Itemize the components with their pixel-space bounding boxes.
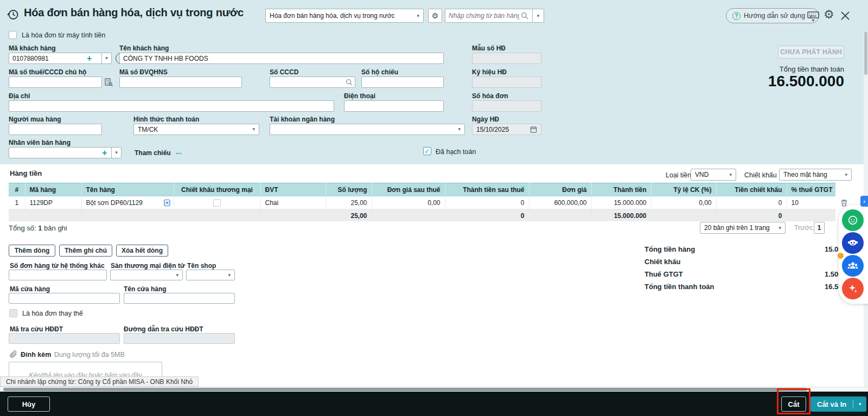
currency-select[interactable]: VND ▾ [691, 169, 736, 181]
table-row[interactable]: 1 1129DP Bột sơn DP60/1129 Chai 25,00 0,… [9, 196, 835, 209]
reference-label: Tham chiếu [135, 149, 171, 157]
add-note-button[interactable]: Thêm ghi chú [59, 245, 112, 257]
col-ten-hang[interactable]: Tên hàng [81, 183, 174, 196]
settings-icon[interactable]: ⚙ [824, 9, 834, 21]
reference-more-link[interactable]: ... [176, 148, 182, 156]
attachment-label[interactable]: Đính kèm [21, 351, 51, 359]
cell-don-gia[interactable]: 600.000,00 [529, 196, 591, 209]
expand-columns-tab[interactable]: › [860, 196, 868, 207]
keyboard-shortcut-icon[interactable] [807, 10, 820, 22]
cell-thanh-tien[interactable]: 15.000.000 [591, 196, 651, 209]
store-name-input[interactable] [124, 293, 235, 304]
col-don-gia-sau-thue[interactable]: Đơn giá sau thuế [372, 183, 445, 196]
currency-label: Loại tiền [666, 171, 691, 179]
cell-ten-hang[interactable]: Bột sơn DP60/1129 [81, 196, 174, 209]
salesperson-input[interactable] [9, 147, 112, 158]
col-thue-gtgt[interactable]: % thuế GTGT [787, 183, 835, 196]
shop-name-select[interactable]: ▾ [186, 270, 235, 280]
cell-tien-chiet-khau[interactable]: 0 [716, 196, 787, 209]
horizontal-scrollbar-thumb[interactable] [3, 388, 807, 391]
address-input[interactable] [9, 100, 334, 112]
trade-discount-checkbox[interactable] [213, 199, 221, 207]
payment-method-select[interactable]: TM/CK ▾ [133, 124, 259, 135]
bank-account-select[interactable]: ▾ [270, 124, 465, 135]
cell-so-luong[interactable]: 25,00 [326, 196, 372, 209]
ai-sparkle-button[interactable] [842, 278, 864, 299]
cell-ma-hang[interactable]: 1129DP [25, 196, 81, 209]
doc-type-select[interactable]: Hóa đơn bán hàng hóa, dịch vụ trong nước… [265, 9, 424, 23]
pos-invoice-label: Là hóa đơn từ máy tính tiền [22, 31, 105, 39]
discount-mode-value: Theo mặt hàng [783, 171, 827, 178]
chevron-down-icon: ▾ [458, 127, 461, 132]
chevron-down-icon[interactable]: ▾ [853, 401, 866, 407]
zalo-chat-button[interactable] [842, 209, 864, 231]
citizen-id-label: Số CCCD [270, 68, 298, 76]
salesperson-caret-button[interactable]: ▾ [111, 147, 122, 158]
tab-hang-tien[interactable]: Hàng tiền [10, 169, 42, 177]
col-so-luong[interactable]: Số lượng [326, 183, 372, 196]
col-ck-thuong-mai[interactable]: Chiết khấu thương mại [174, 183, 260, 196]
close-icon[interactable] [840, 10, 851, 21]
col-stt[interactable]: # [9, 183, 25, 196]
citizen-id-search-icon[interactable] [346, 79, 353, 86]
invoice-date-field[interactable]: 15/10/2025 [472, 124, 541, 135]
sum-grand-total-label: Tổng tiền thanh toán [644, 283, 714, 291]
cell-ty-le-ck[interactable]: 0,00 [651, 196, 716, 209]
item-note-icon[interactable] [163, 199, 171, 207]
help-button[interactable]: ? Hướng dẫn sử dụng ∨ [726, 8, 819, 23]
posted-checkbox[interactable]: ✓ [423, 147, 431, 155]
col-tien-chiet-khau[interactable]: Tiền chiết khấu [716, 183, 787, 196]
col-ma-hang[interactable]: Mã hàng [25, 183, 81, 196]
cut-button[interactable]: Cắt [781, 396, 806, 412]
cancel-button[interactable]: Hủy [8, 396, 50, 412]
cell-thue-gtgt[interactable]: 10 [787, 196, 835, 209]
col-thanh-tien-sau-thue[interactable]: Thành tiền sau thuế [445, 183, 529, 196]
cell-don-gia-sau-thue[interactable]: 0,00 [372, 196, 445, 209]
cell-dvt[interactable]: Chai [260, 196, 326, 209]
cut-and-print-button[interactable]: Cắt và In ▾ [810, 396, 866, 412]
add-customer-icon[interactable]: + [87, 54, 92, 63]
tax-lookup-icon[interactable] [104, 78, 113, 87]
col-don-gia[interactable]: Đơn giá [529, 183, 591, 196]
community-button[interactable] [842, 255, 864, 277]
col-dvt[interactable]: ĐVT [260, 183, 326, 196]
customer-name-input[interactable] [119, 53, 444, 64]
passport-input[interactable] [361, 76, 444, 88]
lookup-url-label: Đường dẫn tra cứu HĐĐT [124, 325, 203, 333]
history-icon[interactable] [7, 8, 20, 21]
clear-rows-button[interactable]: Xóa hết dòng [116, 245, 168, 257]
external-order-input[interactable] [9, 270, 107, 280]
page-size-select[interactable]: 20 bản ghi trên 1 trang ▾ [700, 222, 786, 234]
store-code-input[interactable] [9, 293, 120, 304]
calendar-icon [530, 126, 537, 133]
search-caret-button[interactable]: ▾ [532, 9, 544, 23]
gear-icon: ⚙ [824, 9, 834, 21]
search-input[interactable] [445, 9, 533, 23]
chevron-right-icon: › [863, 198, 865, 204]
pagination-prev[interactable]: Trước [794, 224, 813, 232]
form-settings-button[interactable]: ⚙ [428, 9, 442, 23]
pos-invoice-checkbox[interactable] [9, 31, 17, 39]
budget-unit-input[interactable] [119, 76, 242, 88]
citizen-id-input[interactable] [270, 76, 355, 88]
cut-and-print-label: Cắt và In [810, 400, 853, 408]
search-icon[interactable] [521, 12, 528, 20]
col-thanh-tien[interactable]: Thành tiền [591, 183, 651, 196]
vertical-scrollbar-thumb[interactable] [864, 31, 867, 75]
cell-ck-thuong-mai[interactable] [174, 196, 260, 209]
buyer-input[interactable] [9, 124, 102, 135]
discount-mode-select[interactable]: Theo mặt hàng ▾ [779, 169, 852, 181]
tax-code-input[interactable] [9, 76, 102, 88]
add-row-button[interactable]: Thêm dòng [9, 245, 55, 257]
ecommerce-select[interactable]: ▾ [110, 270, 183, 280]
add-salesperson-icon[interactable]: + [102, 149, 107, 157]
cell-thanh-tien-sau-thue[interactable]: 0 [445, 196, 529, 209]
replacement-invoice-label: Là hóa đơn thay thế [22, 310, 83, 317]
ai-assistant-button[interactable] [842, 232, 864, 254]
customer-code-caret-button[interactable]: ▾ [101, 53, 112, 64]
col-ty-le-ck[interactable]: Tỷ lệ CK (%) [651, 183, 716, 196]
pagination-page-1[interactable]: 1 [814, 222, 825, 234]
cell-stt[interactable]: 1 [9, 196, 25, 209]
phone-input[interactable] [344, 100, 444, 112]
lookup-code-label: Mã tra cứu HĐĐT [10, 325, 63, 333]
